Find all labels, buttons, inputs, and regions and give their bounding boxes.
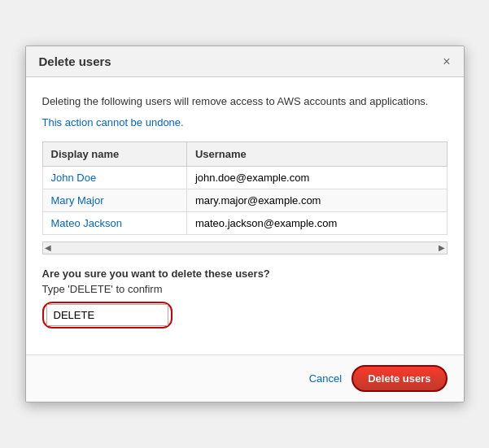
delete-users-modal: Delete users × Deleting the following us…: [25, 46, 465, 402]
modal-header: Delete users ×: [26, 46, 464, 77]
modal-overlay: Delete users × Deleting the following us…: [0, 0, 489, 448]
warning-text: Deleting the following users will remove…: [42, 94, 448, 110]
user-username: john.doe@example.com: [186, 166, 447, 189]
user-display-name[interactable]: Mary Major: [42, 189, 186, 211]
delete-users-button[interactable]: Delete users: [351, 365, 447, 392]
user-display-name[interactable]: John Doe: [42, 166, 186, 189]
user-username: mateo.jackson@example.com: [186, 211, 447, 234]
modal-title: Delete users: [39, 54, 111, 68]
cancel-button[interactable]: Cancel: [309, 372, 342, 385]
scroll-left-arrow[interactable]: ◀: [45, 243, 51, 252]
table-row: Mary Majormary.major@example.com: [42, 189, 447, 211]
users-table: Display name Username John Doejohn.doe@e…: [42, 141, 448, 235]
close-button[interactable]: ×: [443, 55, 450, 68]
horizontal-scrollbar[interactable]: ◀ ▶: [42, 241, 448, 254]
undone-text: This action cannot be undone.: [42, 116, 448, 128]
modal-footer: Cancel Delete users: [26, 354, 464, 402]
col-display-name: Display name: [42, 141, 186, 166]
confirm-question: Are you sure you want to delete these us…: [42, 267, 448, 280]
confirm-instruction: Type 'DELETE' to confirm: [42, 283, 448, 295]
table-header-row: Display name Username: [42, 141, 447, 166]
confirm-section: Are you sure you want to delete these us…: [42, 267, 448, 328]
delete-confirm-input[interactable]: [46, 304, 168, 326]
delete-input-wrapper: [42, 302, 172, 328]
table-row: John Doejohn.doe@example.com: [42, 166, 447, 189]
scroll-right-arrow[interactable]: ▶: [439, 243, 445, 252]
table-row: Mateo Jacksonmateo.jackson@example.com: [42, 211, 447, 234]
user-display-name[interactable]: Mateo Jackson: [42, 211, 186, 234]
col-username: Username: [186, 141, 447, 166]
user-username: mary.major@example.com: [186, 189, 447, 211]
modal-body: Deleting the following users will remove…: [26, 77, 464, 354]
